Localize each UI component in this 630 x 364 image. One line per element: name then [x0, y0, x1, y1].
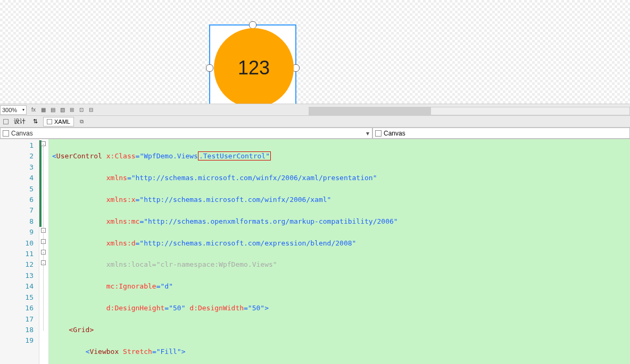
- line-number: 9: [0, 227, 34, 238]
- tok: ="http://schemas.microsoft.com/expressio…: [136, 239, 357, 247]
- highlighted-classname: .TestUserControl": [198, 151, 271, 160]
- line-number: 1: [0, 140, 34, 151]
- fold-toggle[interactable]: -: [41, 141, 46, 146]
- grid1-icon[interactable]: ▦: [38, 106, 48, 114]
- tok: ="http://schemas.openxmlformats.org/mark…: [139, 217, 397, 225]
- tok: xmlns:local="clr-namespace:WpfDemo.Views…: [106, 260, 277, 268]
- chevron-down-icon[interactable]: ▾: [363, 130, 372, 137]
- scrollbar-thumb[interactable]: [309, 107, 431, 115]
- resize-handle-w[interactable]: [206, 64, 213, 72]
- line-number: 16: [0, 303, 34, 314]
- line-number: 17: [0, 314, 34, 325]
- code-editor[interactable]: 1 2 3 4 5 6 7 8 9 10 11 12 13 14 15 16 1…: [0, 139, 630, 364]
- zoom-combo[interactable]: 300% ▾: [0, 105, 27, 115]
- canvas-icon: [375, 130, 382, 137]
- preview-ellipse[interactable]: 123: [214, 28, 294, 108]
- fold-guide: [43, 147, 44, 331]
- element-path-left[interactable]: Canvas ▾: [0, 128, 372, 139]
- line-number: 5: [0, 184, 34, 194]
- designer-swap-bar: 设计 ⇅ XAML ⧉: [0, 116, 630, 128]
- line-number: 4: [0, 173, 34, 183]
- tok: ="http://schemas.microsoft.com/winfx/200…: [127, 174, 377, 182]
- swap-icon[interactable]: ⇅: [31, 117, 40, 126]
- line-number: 19: [0, 335, 34, 346]
- tok: x: [102, 152, 111, 160]
- tok: Viewbox: [89, 348, 119, 355]
- line-number: 2: [0, 151, 34, 162]
- line-number: 11: [0, 249, 34, 259]
- grid3-icon[interactable]: ▧: [57, 106, 67, 114]
- fold-toggle[interactable]: -: [41, 228, 46, 233]
- line-number: 10: [0, 238, 34, 249]
- tok: <Grid>: [69, 326, 94, 334]
- horizontal-scrollbar[interactable]: [309, 107, 630, 115]
- resize-handle-n[interactable]: [249, 21, 256, 29]
- pane-design-icon[interactable]: [3, 119, 9, 124]
- snap2-icon[interactable]: ⊡: [77, 106, 86, 114]
- line-number: 15: [0, 292, 34, 303]
- line-number-gutter: 1 2 3 4 5 6 7 8 9 10 11 12 13 14 15 16 1…: [0, 139, 39, 364]
- line-number: 18: [0, 325, 34, 335]
- design-surface[interactable]: [0, 0, 630, 115]
- tok: xmlns: [106, 174, 127, 182]
- outlining-margin: - - - - -: [39, 139, 49, 364]
- tok: xmlns: [106, 239, 127, 247]
- tok: :mc: [127, 217, 139, 225]
- designer-pane[interactable]: 123 300% ▾ fx ▦ ▤ ▧ ⊞ ⊡ ⊟: [0, 0, 630, 116]
- snap3-icon[interactable]: ⊟: [86, 106, 96, 114]
- tok: <: [52, 152, 56, 160]
- canvas-icon: [3, 130, 9, 137]
- line-number: 14: [0, 281, 34, 292]
- tok: UserControl: [56, 152, 102, 160]
- chevron-down-icon: ▾: [22, 107, 24, 112]
- tok: :DesignWidth: [194, 304, 244, 312]
- element-path-left-label: Canvas: [11, 130, 33, 137]
- fold-toggle[interactable]: -: [41, 239, 46, 244]
- fold-toggle[interactable]: -: [41, 250, 46, 255]
- fold-toggle[interactable]: -: [41, 260, 46, 265]
- line-number: 6: [0, 194, 34, 205]
- tok: :Ignorable: [114, 282, 156, 290]
- line-number: 13: [0, 270, 34, 281]
- xaml-tab-icon: [47, 119, 52, 124]
- line-number: 3: [0, 162, 34, 173]
- tok: "WpfDemo.Views: [139, 152, 198, 160]
- tok: xmlns: [106, 196, 127, 204]
- tok: :d: [127, 239, 136, 247]
- grid2-icon[interactable]: ▤: [48, 106, 57, 114]
- line-number: 8: [0, 216, 34, 227]
- element-path-right-label: Canvas: [384, 130, 405, 137]
- fx-icon[interactable]: fx: [29, 106, 38, 114]
- element-path-bar: Canvas ▾ Canvas: [0, 128, 630, 139]
- snap1-icon[interactable]: ⊞: [67, 106, 77, 114]
- tok: d: [106, 304, 111, 312]
- tok: ="d": [156, 282, 173, 290]
- element-path-right[interactable]: Canvas: [372, 128, 630, 139]
- tok: ="http://schemas.microsoft.com/winfx/200…: [136, 196, 331, 204]
- tok: mc: [106, 282, 115, 290]
- code-body[interactable]: <UserControl x:Class="WpfDemo.Views.Test…: [49, 139, 630, 364]
- line-number: 12: [0, 259, 34, 270]
- zoom-value: 300%: [2, 107, 17, 113]
- preview-text: 123: [238, 57, 270, 79]
- tok: :Class: [111, 152, 136, 160]
- tok: xmlns: [106, 217, 127, 225]
- tok: :x: [127, 196, 136, 204]
- popout-icon[interactable]: ⧉: [77, 117, 87, 126]
- designer-toolbar: 300% ▾ fx ▦ ▤ ▧ ⊞ ⊡ ⊟: [0, 104, 630, 115]
- tok: :DesignHeight: [111, 304, 165, 312]
- tok: ="50": [164, 304, 185, 312]
- design-tab-label[interactable]: 设计: [12, 116, 28, 126]
- tok: ="Fill">: [152, 348, 186, 355]
- tok: Stretch: [119, 348, 152, 355]
- xaml-tab[interactable]: XAML: [43, 117, 74, 126]
- tok: d: [185, 304, 194, 312]
- tok: ="50">: [244, 304, 269, 312]
- xaml-tab-label: XAML: [54, 118, 70, 125]
- line-number: 7: [0, 205, 34, 216]
